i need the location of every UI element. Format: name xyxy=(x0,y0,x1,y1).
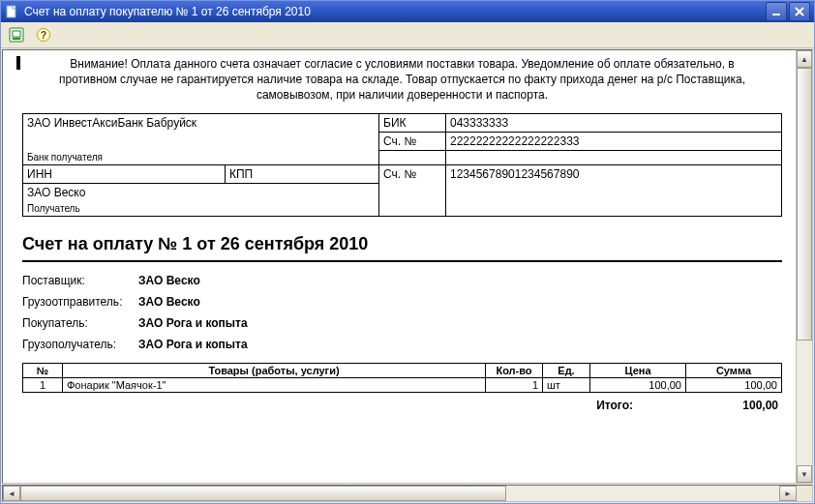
margin-marker xyxy=(16,56,20,70)
divider xyxy=(22,260,782,262)
total-value: 100,00 xyxy=(691,399,778,412)
window-title: Счет на оплату покупателю № 1 от 26 сент… xyxy=(24,5,766,18)
items-table: № Товары (работы, услуги) Кол-во Ед. Цен… xyxy=(22,363,782,393)
bik-value: 043333333 xyxy=(446,113,782,132)
recipient-name: ЗАО Веско xyxy=(27,186,375,199)
hscroll-thumb[interactable] xyxy=(20,486,506,501)
recipient-bank-name: ЗАО ИнвестАксиБанк Бабруйск xyxy=(27,116,375,130)
shipper-label: Грузоотправитель: xyxy=(22,295,138,309)
scrollbar-corner xyxy=(797,486,812,501)
supplier-value: ЗАО Веско xyxy=(138,274,200,287)
items-header-row: № Товары (работы, услуги) Кол-во Ед. Цен… xyxy=(23,364,782,378)
vscroll-track[interactable] xyxy=(797,68,812,465)
item-num: 1 xyxy=(23,378,63,393)
buyer-value: ЗАО Рога и копыта xyxy=(138,316,248,330)
total-label: Итого: xyxy=(596,399,633,412)
col-price-header: Цена xyxy=(590,364,686,378)
titlebar[interactable]: Счет на оплату покупателю № 1 от 26 сент… xyxy=(1,1,814,22)
account1-value: 22222222222222222333 xyxy=(446,132,782,150)
scroll-left-button[interactable]: ◄ xyxy=(3,486,20,501)
buyer-label: Покупатель: xyxy=(22,316,138,330)
col-unit-header: Ед. xyxy=(543,364,590,378)
col-sum-header: Сумма xyxy=(686,364,782,378)
help-button[interactable]: ? xyxy=(32,24,55,45)
party-buyer: Покупатель: ЗАО Рога и копыта xyxy=(22,316,782,330)
vscroll-thumb[interactable] xyxy=(797,68,812,341)
shipper-value: ЗАО Веско xyxy=(138,295,200,309)
account2-value: 12345678901234567890 xyxy=(446,165,782,217)
inn-label: ИНН xyxy=(27,167,52,181)
document-icon xyxy=(5,5,18,18)
window-buttons xyxy=(766,2,810,21)
hscroll-track[interactable] xyxy=(20,486,779,501)
consignee-value: ЗАО Рога и копыта xyxy=(138,338,248,351)
scroll-right-button[interactable]: ► xyxy=(779,486,797,501)
kpp-label: КПП xyxy=(229,167,253,181)
supplier-label: Поставщик: xyxy=(22,274,138,287)
total-row: Итого: 100,00 xyxy=(22,399,782,412)
party-consignee: Грузополучатель: ЗАО Рога и копыта xyxy=(22,338,782,351)
item-sum: 100,00 xyxy=(686,378,782,393)
svg-rect-3 xyxy=(13,31,20,37)
document-viewport[interactable]: Внимание! Оплата данного счета означает … xyxy=(3,50,796,483)
invoice-title: Счет на оплату № 1 от 26 сентября 2010 xyxy=(22,234,782,254)
consignee-label: Грузополучатель: xyxy=(22,338,138,351)
party-supplier: Поставщик: ЗАО Веско xyxy=(22,274,782,287)
recipient-bank-label: Банк получателя xyxy=(27,152,375,163)
party-shipper: Грузоотправитель: ЗАО Веско xyxy=(22,295,782,309)
print-preview-button[interactable] xyxy=(5,24,28,45)
col-name-header: Товары (работы, услуги) xyxy=(63,364,486,378)
item-name: Фонарик "Маячок-1" xyxy=(63,378,486,393)
minimize-button[interactable] xyxy=(766,2,787,21)
vertical-scrollbar[interactable]: ▲ ▼ xyxy=(796,50,812,483)
item-unit: шт xyxy=(543,378,590,393)
account2-label: Сч. № xyxy=(379,165,446,217)
scroll-up-button[interactable]: ▲ xyxy=(797,50,812,68)
invoice-document: Внимание! Оплата данного счета означает … xyxy=(3,50,796,418)
bik-label: БИК xyxy=(379,113,446,132)
account1-label: Сч. № xyxy=(379,132,446,150)
col-num-header: № xyxy=(23,364,63,378)
svg-rect-1 xyxy=(772,14,780,15)
close-button[interactable] xyxy=(789,2,810,21)
bank-details-table: ЗАО ИнвестАксиБанк Бабруйск БИК 04333333… xyxy=(22,113,782,218)
toolbar: ? xyxy=(1,22,814,48)
notice-text: Внимание! Оплата данного счета означает … xyxy=(42,56,763,104)
col-qty-header: Кол-во xyxy=(486,364,543,378)
table-row: 1 Фонарик "Маячок-1" 1 шт 100,00 100,00 xyxy=(23,378,782,393)
scroll-down-button[interactable]: ▼ xyxy=(797,465,812,483)
horizontal-scrollbar[interactable]: ◄ ► xyxy=(2,485,813,502)
content-area: Внимание! Оплата данного счета означает … xyxy=(2,49,813,484)
svg-rect-0 xyxy=(7,6,15,17)
app-window: Счет на оплату покупателю № 1 от 26 сент… xyxy=(0,0,815,504)
item-price: 100,00 xyxy=(590,378,686,393)
svg-rect-4 xyxy=(13,38,20,40)
item-qty: 1 xyxy=(486,378,543,393)
recipient-label: Получатель xyxy=(27,203,375,214)
svg-text:?: ? xyxy=(41,30,46,41)
